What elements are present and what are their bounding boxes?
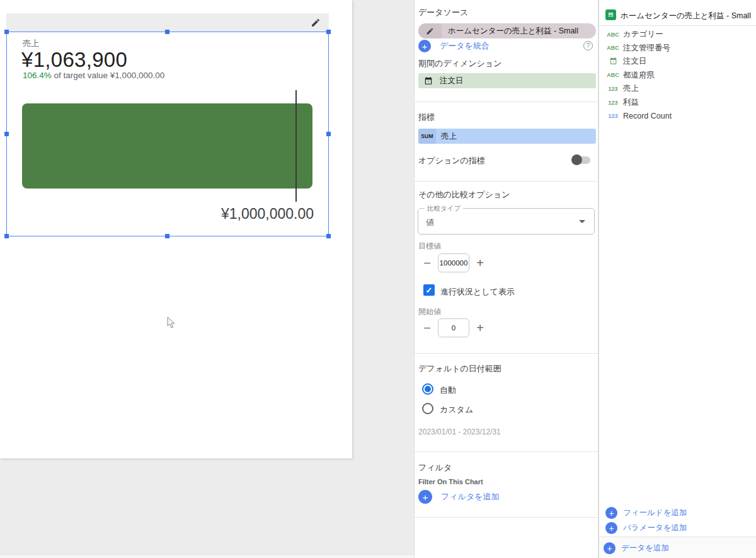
list-item[interactable]: ABC都道府県 (599, 69, 756, 82)
report-page[interactable]: 売上 ¥1,063,900 106.4% of target value ¥1,… (0, 0, 352, 458)
progress-bar (22, 103, 312, 189)
number-field-icon: 123 (607, 113, 619, 119)
comparison-type-label: 比較タイプ (425, 204, 463, 213)
radio-custom-label: カスタム (440, 404, 473, 416)
radio-custom[interactable] (422, 403, 433, 414)
pencil-icon (426, 27, 434, 35)
edit-data-source-button[interactable] (418, 23, 442, 38)
calendar-icon (607, 57, 619, 66)
add-filter-button[interactable]: + フィルタを追加 (418, 490, 500, 504)
comparison-type-value: 値 (426, 217, 434, 228)
chevron-down-icon (579, 220, 585, 223)
section-divider (415, 181, 598, 182)
calendar-icon (418, 76, 438, 85)
filter-section-label: フィルタ (418, 462, 452, 474)
section-divider (415, 451, 598, 452)
list-item[interactable]: ABCカテゴリー (599, 28, 756, 41)
section-divider (415, 353, 598, 354)
list-item[interactable]: 123売上 (599, 82, 756, 95)
panel-divider (599, 25, 756, 26)
data-source-section-label: データソース (418, 7, 468, 18)
target-value-input[interactable]: 1000000 (438, 253, 469, 272)
scorecard-value: ¥1,063,900 (21, 48, 127, 72)
progress-checkbox-label: 進行状況として表示 (440, 286, 515, 298)
list-item[interactable]: 注文日 (599, 55, 756, 68)
text-field-icon: ABC (607, 32, 619, 38)
target-value-label: ¥1,000,000.00 (221, 206, 314, 223)
add-parameter-label: パラメータを追加 (623, 523, 687, 533)
field-name: 売上 (623, 83, 639, 94)
data-source-name: ホームセンターの売上と利益 - Small (442, 26, 578, 37)
decrement-button[interactable]: − (421, 321, 433, 335)
metric-field: 売上 (436, 131, 457, 142)
list-item[interactable]: ABC注文管理番号 (599, 42, 756, 55)
target-marker-line (295, 90, 297, 202)
plus-icon: + (418, 40, 431, 52)
plus-icon: + (605, 507, 617, 519)
target-value-stepper: − 1000000 + (421, 253, 486, 272)
data-fields-panel: ホームセンターの売上と利益 - Small ABCカテゴリーABC注文管理番号注… (598, 0, 756, 558)
optional-metrics-label: オプションの指標 (418, 155, 485, 166)
field-name: 利益 (623, 97, 639, 108)
add-data-label: データを追加 (621, 543, 669, 554)
workspace-bottom-strip (0, 555, 414, 558)
looker-studio-editor: 売上 ¥1,063,900 106.4% of target value ¥1,… (0, 0, 756, 558)
increment-button[interactable]: + (474, 321, 486, 335)
text-field-icon: ABC (607, 72, 619, 78)
section-divider (415, 517, 598, 518)
field-name: 都道府県 (623, 70, 655, 81)
add-parameter-button[interactable]: + パラメータを追加 (605, 522, 687, 534)
start-value-input[interactable]: 0 (438, 318, 469, 337)
number-field-icon: 123 (607, 100, 619, 106)
target-sentence: of target value ¥1,000,000.00 (52, 71, 164, 80)
comparison-section-label: その他の比較オプション (418, 189, 510, 201)
date-dimension-chip[interactable]: 注文日 (418, 73, 596, 88)
scorecard-target-summary: 106.4% of target value ¥1,000,000.00 (23, 71, 164, 80)
field-name: カテゴリー (623, 29, 663, 40)
date-dimension-section-label: 期間のディメンション (418, 58, 501, 69)
blend-data-label: データを統合 (440, 40, 490, 52)
date-range-section-label: デフォルトの日付範囲 (418, 363, 501, 375)
add-field-button[interactable]: + フィールドを追加 (605, 507, 687, 519)
field-name: Record Count (623, 112, 672, 120)
comparison-type-select[interactable]: 比較タイプ 値 (418, 208, 595, 235)
text-field-icon: ABC (607, 45, 619, 51)
number-field-icon: 123 (607, 86, 619, 92)
increment-button[interactable]: + (474, 256, 486, 270)
data-source-chip[interactable]: ホームセンターの売上と利益 - Small (418, 23, 596, 38)
chart-setup-panel: データソース ホームセンターの売上と利益 - Small + データを統合 ? … (414, 0, 598, 558)
date-dimension-field: 注文日 (438, 76, 464, 86)
list-item[interactable]: 123Record Count (599, 110, 756, 123)
section-divider (415, 102, 598, 102)
data-source-title[interactable]: ホームセンターの売上と利益 - Small (621, 11, 751, 21)
progress-checkbox[interactable]: ✓ (423, 284, 435, 296)
metric-chip[interactable]: SUM 売上 (418, 129, 596, 144)
add-data-button[interactable]: + データを追加 (604, 542, 669, 554)
radio-auto-label: 自動 (440, 385, 456, 396)
decrement-button[interactable]: − (421, 256, 433, 270)
plus-icon: + (604, 542, 616, 554)
start-value-stepper: − 0 + (421, 318, 486, 337)
field-name: 注文管理番号 (623, 43, 670, 54)
aggregation-badge[interactable]: SUM (418, 129, 436, 144)
percent-of-target: 106.4% (23, 71, 52, 80)
start-value-label: 開始値 (418, 306, 441, 317)
plus-icon: + (605, 522, 617, 534)
add-data-bar: + データを追加 (599, 537, 756, 558)
blend-data-button[interactable]: + データを統合 (418, 40, 490, 52)
filter-subtitle: Filter On This Chart (418, 478, 483, 485)
radio-auto[interactable] (422, 383, 433, 395)
list-item[interactable]: 123利益 (599, 96, 756, 109)
date-range-value: 2023/01/01 - 2023/12/31 (418, 427, 501, 436)
optional-metrics-toggle-knob[interactable] (571, 154, 582, 165)
mouse-cursor (167, 317, 176, 329)
help-icon[interactable]: ? (583, 41, 593, 50)
chart-header-toolbar (6, 13, 329, 32)
google-sheets-icon (605, 9, 616, 20)
edit-pencil-icon[interactable] (311, 18, 321, 28)
metric-section-label: 指標 (418, 112, 435, 123)
add-field-label: フィールドを追加 (623, 508, 687, 518)
target-value-label: 目標値 (418, 241, 441, 252)
add-filter-label: フィルタを追加 (441, 491, 500, 503)
plus-icon: + (418, 490, 432, 504)
